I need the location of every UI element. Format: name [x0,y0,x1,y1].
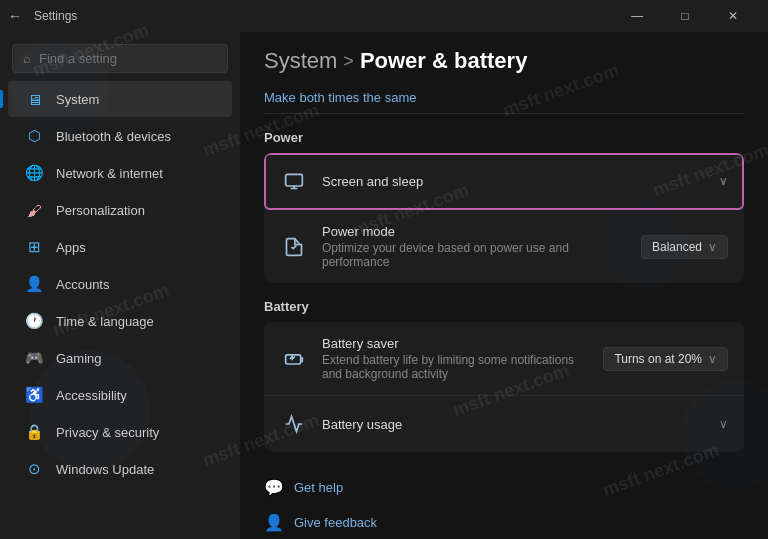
search-icon: ⌕ [23,51,31,66]
sidebar-item-personalization[interactable]: 🖌 Personalization [8,192,232,228]
sidebar-label-bluetooth: Bluetooth & devices [56,129,171,144]
accessibility-icon: ♿ [24,385,44,405]
get-help-icon: 💬 [264,478,284,497]
screen-sleep-name: Screen and sleep [322,174,705,189]
sidebar-item-bluetooth[interactable]: ⬡ Bluetooth & devices [8,118,232,154]
give-feedback-icon: 👤 [264,513,284,532]
sidebar-label-accounts: Accounts [56,277,109,292]
personalization-icon: 🖌 [24,200,44,220]
sidebar-item-gaming[interactable]: 🎮 Gaming [8,340,232,376]
battery-saver-info: Battery saver Extend battery life by lim… [322,336,589,381]
power-mode-icon [280,233,308,261]
sidebar-nav: 🖥 System ⬡ Bluetooth & devices 🌐 Network… [0,81,240,487]
sidebar-item-privacy[interactable]: 🔒 Privacy & security [8,414,232,450]
search-box[interactable]: ⌕ [12,44,228,73]
power-mode-value: Balanced [652,240,702,254]
power-mode-info: Power mode Optimize your device based on… [322,224,627,269]
partial-top-item[interactable]: Make both times the same [264,82,744,114]
sidebar-label-accessibility: Accessibility [56,388,127,403]
sidebar: ⌕ 🖥 System ⬡ Bluetooth & devices 🌐 Netwo… [0,32,240,539]
time-icon: 🕐 [24,311,44,331]
breadcrumb-current: Power & battery [360,48,528,74]
search-input[interactable] [39,51,217,66]
partial-item-text: Make both times the same [264,90,416,105]
window-controls: — □ ✕ [614,0,756,32]
footer-links: 💬 Get help 👤 Give feedback [264,472,744,538]
battery-saver-row[interactable]: Battery saver Extend battery life by lim… [264,322,744,396]
power-mode-desc: Optimize your device based on power use … [322,241,627,269]
apps-icon: ⊞ [24,237,44,257]
breadcrumb: System > Power & battery [264,32,744,82]
give-feedback-link[interactable]: 👤 Give feedback [264,507,744,538]
power-mode-chevron-icon: ∨ [708,240,717,254]
content-area: System > Power & battery Make both times… [240,32,768,539]
breadcrumb-separator: > [343,51,354,72]
sidebar-label-privacy: Privacy & security [56,425,159,440]
network-icon: 🌐 [24,163,44,183]
app-container: ⌕ 🖥 System ⬡ Bluetooth & devices 🌐 Netwo… [0,32,768,539]
battery-saver-value: Turns on at 20% [614,352,702,366]
battery-saver-control[interactable]: Turns on at 20% ∨ [603,347,728,371]
close-button[interactable]: ✕ [710,0,756,32]
power-section-title: Power [264,130,744,145]
gaming-icon: 🎮 [24,348,44,368]
battery-usage-row[interactable]: Battery usage ∨ [264,396,744,452]
battery-usage-name: Battery usage [322,417,705,432]
sidebar-label-time: Time & language [56,314,154,329]
battery-section-card: Battery saver Extend battery life by lim… [264,322,744,452]
sidebar-item-time[interactable]: 🕐 Time & language [8,303,232,339]
screen-sleep-icon [280,167,308,195]
sidebar-item-windows-update[interactable]: ⊙ Windows Update [8,451,232,487]
battery-usage-chevron: ∨ [719,417,728,431]
battery-usage-icon [280,410,308,438]
get-help-link[interactable]: 💬 Get help [264,472,744,503]
battery-saver-dropdown[interactable]: Turns on at 20% ∨ [603,347,728,371]
battery-saver-icon [280,345,308,373]
system-icon: 🖥 [24,89,44,109]
power-mode-name: Power mode [322,224,627,239]
minimize-button[interactable]: — [614,0,660,32]
sidebar-label-apps: Apps [56,240,86,255]
give-feedback-text: Give feedback [294,515,377,530]
screen-sleep-info: Screen and sleep [322,174,705,189]
power-section-card: Screen and sleep ∨ Power mode Opti [264,153,744,283]
sidebar-item-system[interactable]: 🖥 System [8,81,232,117]
maximize-button[interactable]: □ [662,0,708,32]
battery-usage-info: Battery usage [322,417,705,432]
privacy-icon: 🔒 [24,422,44,442]
get-help-text: Get help [294,480,343,495]
battery-saver-chevron-icon: ∨ [708,352,717,366]
title-bar: ← Settings — □ ✕ [0,0,768,32]
power-mode-control[interactable]: Balanced ∨ [641,235,728,259]
screen-sleep-chevron: ∨ [719,174,728,188]
sidebar-item-accounts[interactable]: 👤 Accounts [8,266,232,302]
sidebar-label-personalization: Personalization [56,203,145,218]
battery-section-title: Battery [264,299,744,314]
sidebar-label-windows-update: Windows Update [56,462,154,477]
sidebar-item-network[interactable]: 🌐 Network & internet [8,155,232,191]
sidebar-item-apps[interactable]: ⊞ Apps [8,229,232,265]
sidebar-label-system: System [56,92,99,107]
battery-usage-control: ∨ [719,417,728,431]
bluetooth-icon: ⬡ [24,126,44,146]
accounts-icon: 👤 [24,274,44,294]
back-button[interactable]: ← [8,8,22,24]
power-mode-dropdown[interactable]: Balanced ∨ [641,235,728,259]
screen-sleep-row[interactable]: Screen and sleep ∨ [264,153,744,210]
sidebar-label-gaming: Gaming [56,351,102,366]
svg-rect-0 [286,174,303,186]
battery-saver-desc: Extend battery life by limiting some not… [322,353,589,381]
windows-update-icon: ⊙ [24,459,44,479]
screen-sleep-control: ∨ [719,174,728,188]
battery-saver-name: Battery saver [322,336,589,351]
app-title: Settings [34,9,77,23]
sidebar-label-network: Network & internet [56,166,163,181]
power-mode-row[interactable]: Power mode Optimize your device based on… [264,210,744,283]
sidebar-item-accessibility[interactable]: ♿ Accessibility [8,377,232,413]
breadcrumb-parent: System [264,48,337,74]
